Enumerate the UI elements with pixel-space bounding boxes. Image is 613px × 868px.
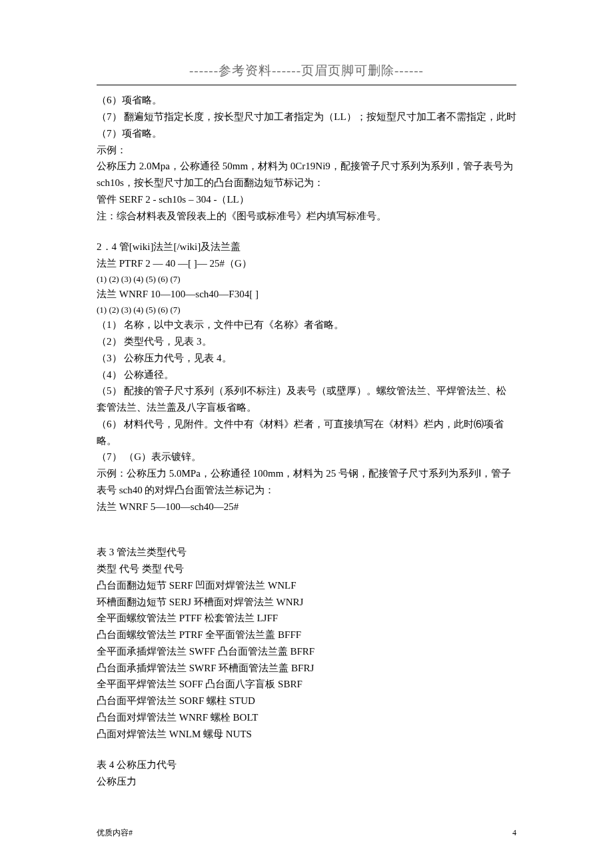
footer-page-number: 4 xyxy=(512,827,516,840)
item-1: （1） 名称，以中文表示，文件中已有《名称》者省略。 xyxy=(97,317,516,333)
table-3-row-2: 环槽面翻边短节 SERJ 环槽面对焊管法兰 WNRJ xyxy=(97,594,516,611)
item-4: （4） 公称通径。 xyxy=(97,367,516,383)
table-3-row-3: 全平面螺纹管法兰 PTFF 松套管法兰 LJFF xyxy=(97,610,516,627)
table-3-title: 表 3 管法兰类型代号 xyxy=(97,544,516,561)
footer-left: 优质内容# xyxy=(97,827,133,840)
item-2: （2） 类型代号，见表 3。 xyxy=(97,333,516,350)
page-header: ------参考资料------页眉页脚可删除------ xyxy=(97,60,516,81)
para-example-body: 公称压力 2.0Mpa，公称通径 50mm，材料为 0Cr19Ni9，配接管子尺… xyxy=(97,158,516,191)
table-3-row-10: 凸面对焊管法兰 WNLM 螺母 NUTS xyxy=(97,726,516,743)
para-6: （6）项省略。 xyxy=(97,92,516,109)
item-6: （6） 材料代号，见附件。文件中有《材料》栏者，可直接填写在《材料》栏内，此时⑹… xyxy=(97,416,516,449)
page: ------参考资料------页眉页脚可删除------ （6）项省略。 （7… xyxy=(0,0,613,868)
header-rule xyxy=(97,85,516,85)
table-3-row-1: 凸台面翻边短节 SERF 凹面对焊管法兰 WNLF xyxy=(97,577,516,594)
table-3-row-5: 全平面承插焊管法兰 SWFF 凸台面管法兰盖 BFRF xyxy=(97,643,516,660)
item-3: （3） 公称压力代号，见表 4。 xyxy=(97,350,516,367)
section-2-4-title: 2．4 管[wiki]法兰[/wiki]及法兰盖 xyxy=(97,239,516,255)
table-3-row-9: 凸台面对焊管法兰 WNRF 螺栓 BOLT xyxy=(97,709,516,726)
example-2-body: 示例：公称压力 5.0MPa，公称通径 100mm，材料为 25 号钢，配接管子… xyxy=(97,465,516,499)
example-2-code: 法兰 WNRF 5—100—sch40—25# xyxy=(97,499,516,515)
table-3-row-4: 凸台面螺纹管法兰 PTRF 全平面管法兰盖 BFFF xyxy=(97,627,516,643)
table-3-row-7: 全平面平焊管法兰 SOFF 凸台面八字盲板 SBRF xyxy=(97,676,516,693)
table-3-head: 类型 代号 类型 代号 xyxy=(97,561,516,577)
item-7: （7） （G）表示镀锌。 xyxy=(97,449,516,465)
table-3-row-6: 凸台面承插焊管法兰 SWRF 环槽面管法兰盖 BFRJ xyxy=(97,660,516,677)
flange-line-1-nums: (1) (2) (3) (4) (5) (6) (7) xyxy=(97,272,516,286)
flange-line-1: 法兰 PTRF 2 — 40 —[ ]— 25#（G） xyxy=(97,255,516,272)
table-3-row-8: 凸台面平焊管法兰 SORF 螺柱 STUD xyxy=(97,693,516,709)
para-7: （7） 翻遍短节指定长度，按长型尺寸加工者指定为（LL）；按短型尺寸加工者不需指… xyxy=(97,109,516,142)
flange-line-2-nums: (1) (2) (3) (4) (5) (6) (7) xyxy=(97,303,516,317)
flange-line-2: 法兰 WNRF 10—100—sch40—F304[ ] xyxy=(97,286,516,303)
para-serf-code: 管件 SERF 2 - sch10s – 304 -（LL） xyxy=(97,191,516,208)
item-5: （5） 配接的管子尺寸系列（系列Ⅰ不标注）及表号（或壁厚）。螺纹管法兰、平焊管法… xyxy=(97,383,516,416)
para-note: 注：综合材料表及管段表上的《图号或标准号》栏内填写标准号。 xyxy=(97,208,516,225)
table-4-sub: 公称压力 xyxy=(97,773,516,790)
content: （6）项省略。 （7） 翻遍短节指定长度，按长型尺寸加工者指定为（LL）；按短型… xyxy=(97,92,516,790)
para-example-label: 示例： xyxy=(97,142,516,159)
table-4-title: 表 4 公称压力代号 xyxy=(97,757,516,773)
